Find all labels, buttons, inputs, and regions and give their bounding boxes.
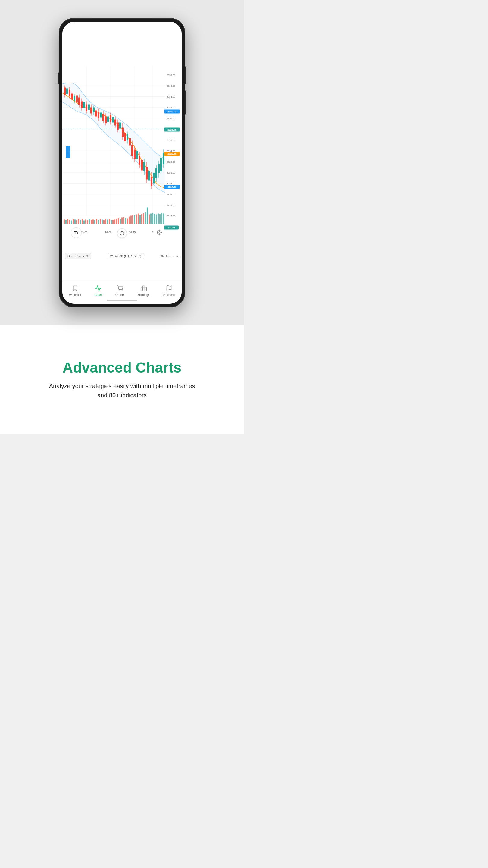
chart-icon [94, 284, 102, 292]
svg-text:2922.00: 2922.00 [167, 161, 175, 163]
svg-rect-40 [88, 104, 90, 110]
svg-rect-136 [121, 218, 123, 224]
svg-rect-138 [125, 218, 126, 224]
svg-rect-104 [64, 220, 65, 224]
svg-rect-149 [145, 213, 146, 224]
svg-rect-114 [82, 219, 83, 224]
svg-rect-128 [107, 220, 108, 224]
svg-rect-82 [138, 156, 140, 165]
percent-option[interactable]: % [161, 254, 164, 258]
chart-toolbar: Date Range ▾ 21:47:08 (UTC+5:30) % log a… [62, 251, 182, 261]
phone-screen: › TV [62, 22, 182, 304]
refresh-button[interactable] [117, 228, 127, 238]
svg-rect-134 [118, 218, 119, 224]
trading-chart: 2938.00 2936.00 2934.00 2932.00 2930.00 … [62, 22, 182, 282]
svg-rect-117 [87, 220, 88, 224]
svg-rect-156 [158, 214, 159, 224]
date-range-button[interactable]: Date Range ▾ [65, 253, 91, 259]
svg-rect-80 [136, 151, 138, 159]
svg-rect-155 [156, 215, 157, 224]
svg-rect-100 [160, 158, 162, 172]
svg-rect-154 [154, 214, 155, 224]
svg-text:2926.00: 2926.00 [167, 139, 175, 142]
svg-text:2918.00: 2918.00 [167, 182, 175, 185]
tradingview-logo: TV [71, 227, 82, 238]
svg-rect-122 [96, 219, 97, 224]
svg-text:2930.00: 2930.00 [167, 117, 175, 120]
svg-rect-54 [105, 117, 107, 123]
svg-rect-145 [138, 214, 139, 224]
svg-rect-64 [117, 123, 119, 130]
svg-rect-88 [146, 167, 148, 180]
watchlist-label: Watchlist [69, 293, 81, 297]
svg-text:14:45: 14:45 [129, 231, 136, 234]
svg-rect-150 [147, 208, 148, 224]
svg-rect-119 [91, 220, 92, 224]
svg-rect-96 [156, 168, 157, 178]
svg-rect-30 [76, 96, 78, 103]
svg-rect-62 [115, 120, 116, 126]
svg-rect-111 [76, 220, 77, 224]
svg-rect-132 [114, 220, 116, 224]
log-option[interactable]: log [166, 254, 170, 258]
svg-rect-72 [127, 134, 128, 141]
watchlist-icon [71, 284, 79, 292]
svg-rect-120 [93, 220, 94, 224]
svg-rect-130 [110, 220, 112, 224]
phone-frame: › TV [59, 18, 185, 307]
svg-rect-110 [74, 220, 76, 224]
svg-rect-142 [132, 215, 133, 224]
svg-rect-141 [130, 216, 132, 224]
svg-rect-66 [119, 123, 121, 129]
chevron-down-icon: ▾ [87, 254, 88, 258]
svg-rect-48 [98, 112, 99, 119]
svg-text:2936.00: 2936.00 [167, 85, 175, 87]
svg-rect-108 [71, 221, 72, 224]
svg-rect-158 [161, 213, 162, 224]
svg-text:2922.55: 2922.55 [168, 153, 176, 155]
svg-rect-159 [163, 214, 164, 224]
nav-holdings[interactable]: Holdings [138, 284, 150, 297]
svg-rect-28 [73, 96, 75, 101]
svg-rect-146 [139, 215, 141, 224]
svg-rect-78 [134, 150, 135, 159]
svg-text:2920.00: 2920.00 [167, 172, 175, 174]
svg-rect-92 [151, 177, 153, 186]
svg-rect-84 [141, 160, 143, 170]
svg-rect-46 [95, 111, 97, 117]
svg-rect-153 [152, 213, 153, 224]
svg-rect-42 [90, 107, 92, 114]
chart-area: › TV [62, 22, 182, 282]
svg-rect-197 [141, 287, 147, 291]
svg-point-196 [122, 290, 123, 291]
svg-rect-121 [94, 220, 96, 224]
svg-rect-124 [100, 219, 101, 224]
svg-rect-32 [78, 98, 80, 105]
svg-rect-98 [158, 164, 160, 173]
svg-rect-94 [153, 173, 155, 184]
side-pull-tab[interactable]: › [66, 146, 70, 158]
svg-rect-151 [149, 215, 150, 224]
svg-rect-56 [107, 117, 109, 122]
nav-positions[interactable]: Positions [163, 284, 175, 297]
svg-rect-113 [80, 220, 81, 224]
svg-rect-90 [148, 171, 150, 181]
nav-chart[interactable]: Chart [94, 284, 102, 297]
svg-rect-26 [71, 94, 73, 100]
svg-text:2927.63: 2927.63 [168, 110, 176, 113]
svg-rect-133 [116, 219, 117, 224]
svg-rect-24 [69, 90, 70, 96]
svg-text:2925.95: 2925.95 [168, 128, 176, 131]
nav-watchlist[interactable]: Watchlist [69, 284, 81, 297]
svg-rect-70 [124, 133, 126, 141]
svg-rect-22 [66, 89, 68, 94]
svg-text:7.682K: 7.682K [167, 226, 175, 229]
volume-button [185, 66, 187, 84]
svg-text:2916.00: 2916.00 [167, 193, 175, 196]
auto-option[interactable]: auto [173, 254, 179, 258]
chart-options: % log auto [161, 254, 179, 258]
nav-orders[interactable]: Orders [116, 284, 125, 297]
svg-rect-60 [112, 117, 114, 123]
svg-rect-38 [86, 104, 87, 111]
svg-rect-131 [112, 220, 113, 224]
